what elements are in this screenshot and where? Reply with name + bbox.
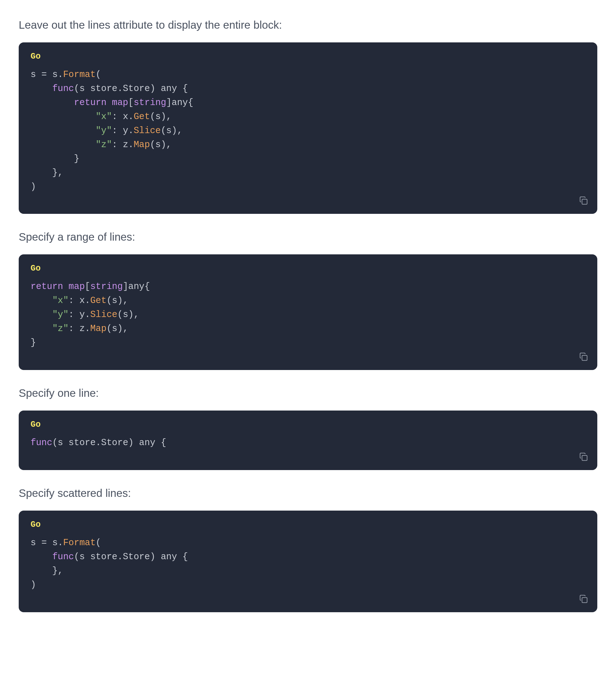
code-token <box>31 140 96 150</box>
section-intro: Leave out the lines attribute to display… <box>19 19 597 31</box>
code-token: ), <box>161 112 172 122</box>
code-token: s <box>31 70 36 80</box>
code-token: s <box>58 438 63 448</box>
code-token: ) <box>150 552 161 562</box>
code-token: map <box>112 98 128 108</box>
code-token: any <box>128 281 144 292</box>
code-token: store <box>90 84 117 94</box>
code-token: y <box>79 310 85 320</box>
code-token: string <box>90 281 122 292</box>
code-token: return <box>74 98 106 108</box>
code-token: [ <box>85 281 90 292</box>
code-token: ), <box>161 140 172 150</box>
code-token <box>85 84 90 94</box>
code-token: . <box>58 70 63 80</box>
code-token: : <box>112 112 123 122</box>
document-root: Leave out the lines attribute to display… <box>19 19 597 612</box>
code-token: x <box>79 296 85 306</box>
code-token: s <box>53 70 58 80</box>
code-token: : <box>69 324 79 334</box>
code-token: ), <box>118 324 129 334</box>
code-token: } <box>31 338 36 348</box>
code-token: s <box>166 125 172 136</box>
code-block: Gos = s.Format( func(s store.Store) any … <box>19 510 597 612</box>
code-token: { <box>177 84 188 94</box>
code-content: return map[string]any{ "x": x.Get(s), "y… <box>31 280 585 350</box>
code-token: ( <box>96 70 101 80</box>
code-token: Format <box>63 538 96 548</box>
code-token: Map <box>134 140 150 150</box>
code-token <box>107 98 112 108</box>
code-block: Gos = s.Format( func(s store.Store) any … <box>19 42 597 214</box>
code-token: { <box>145 281 150 292</box>
code-token: . <box>85 310 90 320</box>
code-token: z <box>123 140 128 150</box>
code-block: Goreturn map[string]any{ "x": x.Get(s), … <box>19 254 597 370</box>
code-token: { <box>177 552 188 562</box>
copy-button[interactable] <box>578 452 589 463</box>
code-token: s <box>155 112 161 122</box>
language-label: Go <box>31 420 585 429</box>
code-token: ( <box>107 296 112 306</box>
section-intro: Specify scattered lines: <box>19 487 597 499</box>
code-token: Get <box>134 112 150 122</box>
code-token: ( <box>53 438 58 448</box>
code-token <box>31 296 53 306</box>
code-token: . <box>85 296 90 306</box>
code-token <box>31 125 96 136</box>
code-token: ), <box>128 310 139 320</box>
code-token: z <box>79 324 85 334</box>
code-token: }, <box>31 168 63 178</box>
code-token: ( <box>74 84 79 94</box>
code-token: { <box>155 438 166 448</box>
code-token: ( <box>117 310 122 320</box>
code-token: "x" <box>96 112 112 122</box>
code-token: s <box>123 310 128 320</box>
code-token: y <box>123 125 128 136</box>
code-token: . <box>128 140 133 150</box>
code-token: "z" <box>96 140 112 150</box>
copy-button[interactable] <box>578 196 589 207</box>
code-token: : <box>69 296 79 306</box>
code-token: Map <box>90 324 106 334</box>
code-token: Store <box>101 438 128 448</box>
code-token: Format <box>63 70 96 80</box>
code-token: string <box>134 98 166 108</box>
code-token: x <box>123 112 128 122</box>
code-token: : <box>69 310 79 320</box>
section-intro: Specify a range of lines: <box>19 231 597 243</box>
copy-button[interactable] <box>578 352 589 363</box>
code-token <box>63 438 68 448</box>
code-token: func <box>31 438 53 448</box>
code-token: Store <box>123 84 150 94</box>
code-token: } <box>31 154 79 164</box>
code-token: Get <box>90 296 106 306</box>
code-token: s <box>31 538 36 548</box>
code-token: ( <box>96 538 101 548</box>
code-token <box>31 98 74 108</box>
code-token: any <box>161 84 177 94</box>
code-token: . <box>58 538 63 548</box>
code-token: s <box>112 324 117 334</box>
code-token: . <box>85 324 90 334</box>
code-token: = <box>36 70 52 80</box>
code-token: : <box>112 140 123 150</box>
code-token: any <box>161 552 177 562</box>
code-token <box>63 281 68 292</box>
section-intro: Specify one line: <box>19 387 597 399</box>
code-token: Slice <box>134 125 161 136</box>
code-token: . <box>128 125 133 136</box>
code-token: { <box>188 98 193 108</box>
code-token: "y" <box>96 125 112 136</box>
code-token: . <box>96 438 101 448</box>
code-token: s <box>79 552 85 562</box>
code-token <box>85 552 90 562</box>
copy-button[interactable] <box>578 594 589 605</box>
code-token <box>31 324 53 334</box>
code-token: ( <box>150 112 155 122</box>
code-token: "z" <box>53 324 69 334</box>
code-token <box>31 552 53 562</box>
svg-rect-3 <box>582 597 587 603</box>
code-token: = <box>36 538 52 548</box>
code-token: "y" <box>53 310 69 320</box>
